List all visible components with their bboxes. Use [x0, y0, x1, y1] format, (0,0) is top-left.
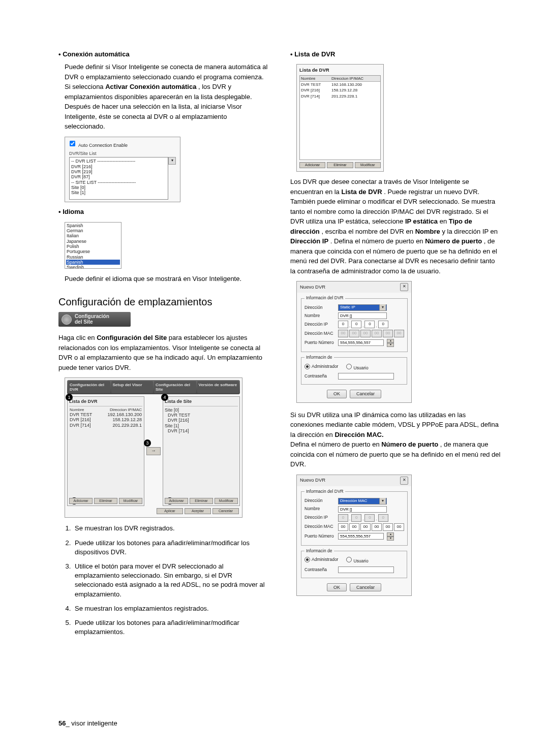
- close-icon[interactable]: ✕: [400, 283, 408, 291]
- remove-button[interactable]: Eliminar: [327, 162, 353, 168]
- nombre-input[interactable]: [338, 312, 387, 319]
- remove-button[interactable]: Eliminar: [190, 498, 213, 504]
- list-item[interactable]: German: [66, 228, 120, 233]
- list-item[interactable]: DVR [219]: [71, 169, 166, 174]
- contrasena-input[interactable]: [338, 566, 394, 573]
- list-item[interactable]: -- DVR LIST -------------------------: [71, 159, 166, 164]
- add-button[interactable]: Adicionar: [299, 162, 325, 168]
- cancel-button[interactable]: Cancelar: [350, 390, 381, 398]
- radio-admin[interactable]: Administrador: [304, 364, 338, 371]
- radio-user[interactable]: Usuario: [346, 364, 368, 371]
- radio-user[interactable]: Usuario: [346, 557, 368, 564]
- mac-octet[interactable]: 00: [360, 523, 371, 531]
- modify-button[interactable]: Modificar: [215, 498, 238, 504]
- tab-setup-visor[interactable]: Setup del Visor: [111, 381, 154, 393]
- ip-octet[interactable]: 0: [338, 321, 348, 328]
- tab-config-dvr[interactable]: Configuración del DVR: [68, 381, 110, 393]
- cell: 158.129.12.28: [330, 87, 380, 93]
- move-right-button[interactable]: →: [146, 447, 161, 455]
- add-button[interactable]: Adicionar: [165, 498, 188, 504]
- radio-admin[interactable]: Administrador: [304, 557, 338, 564]
- config-site-button[interactable]: Configuración del Site: [58, 312, 131, 327]
- language-list[interactable]: Spanish German Italian Japanese Polish P…: [65, 223, 121, 268]
- col-header: Direccion IP/MAC: [330, 76, 380, 81]
- tree-node[interactable]: DVR [714]: [165, 428, 238, 433]
- list-item[interactable]: Portuguese: [66, 249, 120, 254]
- ok-button[interactable]: OK: [327, 390, 347, 398]
- modify-button[interactable]: Modificar: [119, 498, 142, 504]
- list-item-selected[interactable]: Spanish: [66, 260, 120, 265]
- nombre-input[interactable]: [338, 506, 387, 513]
- mac-octet[interactable]: 00: [394, 330, 404, 337]
- direccion-select[interactable]: Static IP: [338, 304, 387, 311]
- list-item[interactable]: Site [1]: [71, 190, 166, 195]
- fieldset-login-info: Informacin deAdministradorUsuarioContras…: [301, 355, 407, 385]
- port-spinner[interactable]: ▴▾: [387, 339, 394, 347]
- ip-octet[interactable]: 0: [378, 514, 388, 522]
- port-spinner[interactable]: ▴▾: [387, 532, 394, 541]
- ip-octets[interactable]: 0.0.0.0: [338, 321, 388, 328]
- cell[interactable]: DVR [216]: [300, 87, 330, 93]
- close-icon[interactable]: ✕: [400, 477, 408, 485]
- mac-octets[interactable]: 000000000000: [338, 523, 404, 531]
- add-button[interactable]: Adicionar: [69, 498, 93, 504]
- cell[interactable]: DVR [216]: [70, 417, 91, 422]
- cell[interactable]: DVR [714]: [70, 423, 91, 428]
- apply-button[interactable]: Aplicar: [157, 508, 183, 514]
- tab-version[interactable]: Versión de software: [197, 381, 239, 393]
- ip-octet[interactable]: 0: [378, 321, 388, 328]
- mac-octet[interactable]: 00: [372, 330, 382, 337]
- list-item[interactable]: Japanese: [66, 239, 120, 244]
- cancel-button[interactable]: Cancelar: [350, 583, 381, 591]
- puerto-input[interactable]: [338, 339, 384, 346]
- col-header: Nombre: [300, 76, 330, 81]
- tree-node[interactable]: DVR TEST: [165, 413, 238, 418]
- text: del Site: [75, 319, 93, 325]
- list-item[interactable]: Site [0]: [71, 185, 166, 190]
- cell[interactable]: DVR [714]: [300, 93, 330, 99]
- mac-octet[interactable]: 00: [360, 330, 371, 337]
- mac-octet[interactable]: 00: [338, 523, 348, 531]
- tree-node[interactable]: Site [1]: [165, 423, 238, 428]
- site-tree[interactable]: Site [0] DVR TEST DVR [216] Site [1] DVR…: [165, 407, 238, 434]
- ok-button[interactable]: Aceptar: [185, 508, 211, 514]
- direccion-select[interactable]: Dirección MAC: [338, 498, 387, 505]
- mac-octet[interactable]: 00: [349, 523, 359, 531]
- chevron-down-icon[interactable]: ▾: [168, 157, 176, 165]
- mac-octet[interactable]: 00: [338, 330, 348, 337]
- contrasena-input[interactable]: [338, 373, 394, 380]
- mac-octet[interactable]: 00: [383, 330, 393, 337]
- list-item[interactable]: Spanish: [66, 223, 120, 228]
- col-header: Nombre: [70, 407, 84, 412]
- list-item[interactable]: DVR [216]: [71, 164, 166, 169]
- dvrsite-listbox[interactable]: -- DVR LIST ------------------------- DV…: [69, 157, 168, 200]
- cell[interactable]: DVR TEST: [300, 82, 330, 87]
- list-item[interactable]: Russian: [66, 255, 120, 260]
- modify-button[interactable]: Modificar: [355, 162, 381, 168]
- auto-connection-checkbox[interactable]: [70, 141, 75, 146]
- remove-button[interactable]: Eliminar: [94, 498, 117, 504]
- list-item[interactable]: -- SITE LIST -------------------------: [71, 180, 166, 185]
- ip-octet[interactable]: 0: [338, 514, 348, 522]
- cell[interactable]: DVR TEST: [70, 412, 92, 417]
- para-section: Haga clic en Configuración del Site para…: [58, 333, 269, 372]
- ok-button[interactable]: OK: [327, 583, 347, 591]
- mac-octet[interactable]: 00: [349, 330, 359, 337]
- list-item[interactable]: DVR [87]: [71, 174, 166, 179]
- mac-octet[interactable]: 00: [372, 523, 382, 531]
- list-item[interactable]: Italian: [66, 233, 120, 238]
- mac-octet[interactable]: 00: [383, 523, 393, 531]
- list-item[interactable]: Swedish: [66, 265, 120, 268]
- ip-octet[interactable]: 0: [351, 514, 361, 522]
- mac-octet[interactable]: 00: [394, 523, 404, 531]
- tree-node[interactable]: Site [0]: [165, 407, 238, 413]
- ip-octet[interactable]: 0: [351, 321, 361, 328]
- tab-config-site[interactable]: Configuración del Site: [154, 381, 196, 393]
- puerto-input[interactable]: [338, 533, 384, 540]
- ip-octet[interactable]: 0: [364, 321, 375, 328]
- list-item[interactable]: Polish: [66, 244, 120, 249]
- ip-octet[interactable]: 0: [364, 514, 375, 522]
- cancel-button[interactable]: Cancelar: [212, 508, 239, 514]
- numbered-list: Se muestran los DVR registrados. Puede u…: [58, 524, 269, 637]
- tree-node[interactable]: DVR [216]: [165, 418, 238, 423]
